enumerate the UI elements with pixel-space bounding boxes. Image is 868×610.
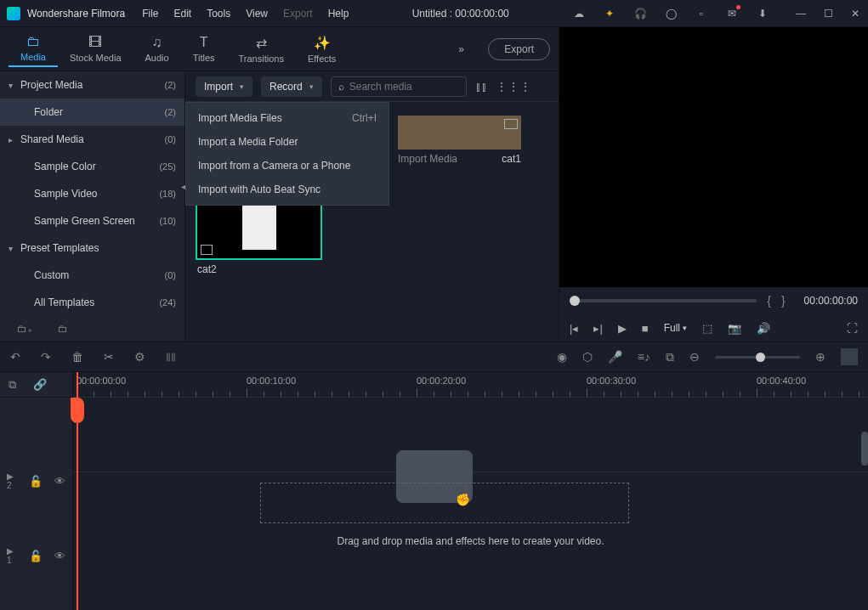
volume-icon[interactable]: 🔊	[757, 322, 770, 335]
sidebar-item-project-media[interactable]: ▾ Project Media (2)	[0, 71, 184, 99]
delete-button[interactable]: 🗑	[71, 350, 83, 364]
filter-icon[interactable]: ⫿⫿	[475, 80, 487, 93]
mark-in-button[interactable]: {	[767, 294, 771, 308]
drop-hint-text: Drag and drop media and effects here to …	[73, 535, 868, 547]
import-media-files-item[interactable]: Import Media Files Ctrl+I	[186, 106, 389, 130]
tab-titles[interactable]: T Titles	[181, 31, 227, 66]
stop-button[interactable]: ■	[642, 322, 649, 335]
crop-icon[interactable]: ⧉	[666, 350, 674, 364]
media-item-cat1[interactable]: Import Media cat1	[398, 116, 521, 165]
import-dropdown-button[interactable]: Import ▾	[196, 76, 252, 97]
add-to-timeline-icon[interactable]	[201, 245, 213, 255]
search-media-field[interactable]: ⌕	[331, 76, 467, 97]
import-auto-beat-sync-item[interactable]: Import with Auto Beat Sync	[186, 178, 389, 201]
maximize-button[interactable]: ☐	[822, 8, 834, 20]
zoom-slider[interactable]	[715, 356, 800, 359]
timeline-ruler[interactable]: 00:00:00:00 00:00:10:00 00:00:20:00 00:0…	[73, 372, 868, 398]
audio-mixer-icon[interactable]: ≡♪	[638, 350, 650, 364]
tab-effects[interactable]: ✨ Effects	[296, 31, 348, 67]
chevron-down-icon: ▾	[9, 81, 20, 90]
sidebar-item-custom[interactable]: Custom (0)	[0, 262, 184, 289]
eye-icon[interactable]: 👁	[54, 550, 65, 562]
lock-icon[interactable]: 🔓	[29, 475, 43, 488]
menu-view[interactable]: View	[246, 8, 268, 20]
menu-export[interactable]: Export	[283, 8, 313, 20]
sidebar-item-shared-media[interactable]: ▸ Shared Media (0)	[0, 126, 184, 153]
audio-wave-icon[interactable]: ⦀⦀	[166, 350, 176, 364]
save-icon[interactable]: ▫	[695, 7, 708, 20]
prev-frame-button[interactable]: |◂	[570, 322, 578, 335]
preview-scrubber[interactable]	[570, 299, 757, 302]
adjust-icon[interactable]: ⚙	[134, 350, 145, 364]
preview-canvas[interactable]	[559, 27, 868, 287]
snapshot-icon[interactable]: 📷	[728, 322, 741, 335]
sidebar-item-preset-templates[interactable]: ▾ Preset Templates	[0, 234, 184, 262]
grid-view-icon[interactable]: ⋮⋮⋮	[496, 80, 531, 93]
tab-effects-label: Effects	[308, 54, 336, 64]
split-button[interactable]: ✂	[104, 350, 114, 364]
voiceover-icon[interactable]: 🎤	[608, 350, 622, 364]
tab-audio[interactable]: ♫ Audio	[133, 31, 181, 66]
timeline-tracks-area[interactable]: 00:00:00:00 00:00:10:00 00:00:20:00 00:0…	[73, 372, 868, 610]
menu-edit[interactable]: Edit	[174, 8, 192, 20]
render-preview-icon[interactable]: ◉	[557, 350, 567, 364]
sidebar-item-sample-green-screen[interactable]: Sample Green Screen (10)	[0, 207, 184, 234]
sidebar-count: (10)	[159, 216, 176, 226]
folder-icon[interactable]: 🗀	[58, 323, 68, 335]
mark-out-button[interactable]: }	[781, 294, 786, 308]
playhead-handle-icon[interactable]	[71, 398, 84, 423]
folder-icon: 🗀	[26, 34, 40, 49]
sidebar-count: (0)	[165, 134, 176, 144]
download-icon[interactable]: ⬇	[756, 7, 769, 20]
track-header-v1[interactable]: ▶ 1 🔓 👁	[0, 518, 72, 593]
sidebar-item-folder[interactable]: Folder (2)	[0, 99, 184, 126]
preview-quality-dropdown[interactable]: Full ▾	[664, 322, 687, 334]
account-icon[interactable]: ◯	[664, 7, 678, 20]
search-input[interactable]	[349, 81, 477, 93]
redo-button[interactable]: ↷	[41, 350, 51, 364]
eye-icon[interactable]: 👁	[54, 475, 65, 488]
import-camera-phone-item[interactable]: Import from a Camera or a Phone	[186, 154, 389, 178]
tab-transitions[interactable]: ⇄ Transitions	[227, 31, 296, 67]
zoom-out-button[interactable]: ⊖	[689, 350, 700, 364]
menu-file[interactable]: File	[142, 8, 158, 20]
export-button[interactable]: Export	[488, 38, 550, 60]
record-dropdown-button[interactable]: Record ▾	[261, 76, 322, 97]
close-button[interactable]: ✕	[849, 8, 861, 20]
timeline-drop-zone[interactable]	[260, 483, 629, 523]
fullscreen-icon[interactable]: ⛶	[847, 322, 858, 335]
menu-item-shortcut: Ctrl+I	[352, 112, 377, 124]
new-folder-icon[interactable]: 🗀₊	[17, 323, 32, 335]
track-header-v2[interactable]: ▶ 2 🔓 👁	[0, 443, 72, 518]
headset-icon[interactable]: 🎧	[633, 7, 647, 20]
zoom-in-button[interactable]: ⊕	[815, 350, 825, 364]
sparkle-icon[interactable]: ✦	[603, 7, 616, 20]
sidebar-item-sample-color[interactable]: Sample Color (25)	[0, 153, 184, 180]
cloud-icon[interactable]: ☁	[572, 7, 586, 20]
tab-stock-media[interactable]: 🎞 Stock Media	[58, 31, 133, 66]
next-frame-button[interactable]: ▸|	[593, 322, 602, 335]
link-icon[interactable]: 🔗	[33, 378, 47, 391]
effects-icon: ✨	[314, 35, 331, 51]
zoom-slider-knob[interactable]	[756, 353, 765, 362]
marker-icon[interactable]: ⬡	[582, 350, 593, 364]
undo-button[interactable]: ↶	[10, 350, 20, 364]
record-label: Record	[269, 81, 303, 93]
tab-media[interactable]: 🗀 Media	[9, 31, 58, 67]
menu-help[interactable]: Help	[328, 8, 349, 20]
play-button[interactable]: ▶	[618, 322, 627, 335]
sidebar-item-all-templates[interactable]: All Templates (24)	[0, 289, 184, 316]
message-icon[interactable]: ✉	[725, 7, 739, 20]
menu-tools[interactable]: Tools	[207, 8, 230, 20]
playhead[interactable]	[77, 372, 78, 610]
scrubber-knob[interactable]	[570, 296, 580, 306]
vertical-scrollbar[interactable]	[861, 432, 868, 466]
display-settings-icon[interactable]: ⬚	[702, 322, 712, 335]
sidebar-item-sample-video[interactable]: Sample Video (18)	[0, 180, 184, 207]
import-media-folder-item[interactable]: Import a Media Folder	[186, 130, 389, 154]
zoom-fit-button[interactable]	[841, 348, 858, 365]
track-manage-icon[interactable]: ⧉	[9, 378, 16, 392]
minimize-button[interactable]: —	[795, 8, 807, 20]
lock-icon[interactable]: 🔓	[29, 550, 43, 562]
more-tabs-icon[interactable]: »	[458, 43, 475, 55]
